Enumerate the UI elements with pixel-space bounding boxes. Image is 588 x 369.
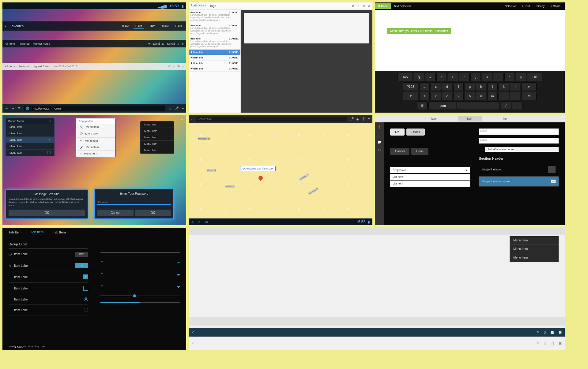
ok-button[interactable]: OK: [390, 129, 405, 136]
text-input[interactable]: Label: [479, 129, 559, 135]
list-row[interactable]: ★ Item title11/05/11: [189, 55, 240, 61]
settings-icon[interactable]: ⚙: [177, 65, 180, 68]
back-chevron-icon[interactable]: ‹: [191, 229, 192, 233]
filter[interactable]: All Items: [5, 42, 16, 45]
select-all-action[interactable]: Select all: [503, 4, 518, 8]
key-b[interactable]: b: [465, 92, 475, 100]
saved-label[interactable]: Saved: [167, 42, 175, 45]
spinner[interactable]: [100, 283, 180, 289]
refresh-icon[interactable]: ⟳: [168, 65, 171, 68]
local-label[interactable]: Local: [153, 42, 160, 45]
overflow-icon[interactable]: ⋮: [559, 229, 562, 233]
overflow-icon[interactable]: ⋮: [558, 319, 562, 323]
menu-icon[interactable]: ≡: [368, 117, 370, 121]
setting-checkbox-on[interactable]: Item Label ✓: [9, 271, 88, 283]
menu-item[interactable]: 📎Menu Item: [76, 124, 115, 130]
menu-item[interactable]: Menu Item: [141, 141, 174, 147]
list-row[interactable]: Item title11/05/11Lorem ipsum dolor sit …: [189, 23, 240, 36]
cancel-button[interactable]: Cancel: [97, 210, 134, 216]
map-search-input[interactable]: [196, 117, 347, 121]
key-,[interactable]: ,: [499, 92, 509, 100]
menu-icon[interactable]: ≡: [181, 117, 183, 121]
key-i[interactable]: i: [493, 73, 503, 81]
segment-tab[interactable]: item: [422, 116, 446, 121]
key-e[interactable]: e: [436, 73, 447, 81]
copy-action[interactable]: ⎘ Copy: [534, 4, 547, 8]
key-l[interactable]: l: [510, 82, 520, 91]
dropdown[interactable]: Drop Down ▾: [390, 167, 470, 173]
menu-icon[interactable]: ≡: [368, 4, 370, 8]
radio[interactable]: [84, 308, 88, 312]
key-d[interactable]: d: [442, 82, 452, 91]
slider[interactable]: [100, 252, 180, 253]
menu-item[interactable]: ✎Menu Item: [76, 138, 115, 144]
mic-icon[interactable]: 🎤: [350, 117, 354, 121]
text-input-focused[interactable]: Label: [479, 138, 559, 144]
pin-icon[interactable]: 📍: [377, 125, 382, 129]
list-row[interactable]: ★ Item title11/05/11: [189, 61, 240, 66]
menu-item[interactable]: 🎤Menu Item: [76, 144, 115, 151]
list-item[interactable]: List Item: [390, 181, 470, 187]
refresh-icon[interactable]: ⟳: [352, 4, 354, 8]
key-v[interactable]: v: [453, 92, 464, 100]
radio[interactable]: [84, 297, 88, 301]
search-icon[interactable]: ⌕: [379, 133, 381, 137]
back-button[interactable]: ‹ Back: [406, 129, 425, 136]
setting-checkbox-off[interactable]: Item Label: [9, 283, 88, 294]
setting-radio-on[interactable]: Item Label: [9, 294, 88, 305]
back-chevron-icon[interactable]: ‹: [5, 24, 6, 28]
back-chevron-icon[interactable]: ‹: [192, 319, 193, 323]
toggle[interactable]: OFF: [75, 252, 88, 257]
setting-radio-off[interactable]: Item Label: [9, 305, 88, 315]
share-action[interactable]: < Share: [549, 4, 562, 8]
key-z[interactable]: z: [419, 92, 430, 100]
settings-icon[interactable]: ⚙: [378, 148, 381, 152]
list-item[interactable]: Single line item: [479, 163, 559, 177]
key-Tab[interactable]: Tab: [398, 73, 413, 81]
key-r[interactable]: r: [448, 73, 458, 81]
tab[interactable]: Tab Item: [53, 230, 66, 234]
ok-button[interactable]: OK: [135, 210, 171, 216]
password-input[interactable]: [97, 200, 171, 205]
key-y[interactable]: y: [470, 73, 481, 81]
list-row[interactable]: Item title11/05/11Lorem ipsum dolor sit …: [189, 36, 240, 49]
menu-item[interactable]: ○Menu Item: [76, 151, 115, 157]
filter[interactable]: Featured: [19, 42, 30, 45]
list-item-pressed[interactable]: Single line item pressed ▬: [479, 177, 559, 187]
key-k[interactable]: k: [499, 82, 509, 91]
key-⚙[interactable]: ⚙: [417, 101, 428, 110]
grid-icon[interactable]: ⊞: [559, 330, 562, 334]
close-icon[interactable]: ✕: [49, 120, 52, 123]
edit-icon[interactable]: ✎: [537, 330, 540, 334]
back-icon[interactable]: ◁: [191, 220, 194, 224]
recent-icon[interactable]: ▭: [205, 220, 208, 224]
key-.[interactable]: .: [510, 92, 520, 100]
chat-icon[interactable]: 💬: [377, 140, 382, 144]
menu-item[interactable]: Menu Item: [510, 245, 559, 253]
cancel-button[interactable]: Cancel: [390, 148, 409, 155]
map-pin-icon[interactable]: [258, 175, 264, 181]
key-.com[interactable]: .com: [428, 101, 456, 110]
key-g[interactable]: g: [465, 82, 475, 91]
list-row[interactable]: ★ Item title11/05/11: [189, 66, 240, 72]
menu-icon[interactable]: ≡: [182, 106, 184, 110]
menu-item[interactable]: ⓘMenu Item: [76, 130, 115, 138]
menu-icon[interactable]: ≡: [182, 65, 184, 68]
key-⇧[interactable]: ⇧: [521, 92, 537, 100]
filter[interactable]: All Items: [5, 65, 16, 68]
menu-item[interactable]: Menu Item: [141, 147, 174, 154]
menu-item[interactable]: Menu Item: [6, 150, 54, 156]
menu-item[interactable]: Menu Item: [6, 124, 54, 130]
more-link[interactable]: ▾ More...: [15, 346, 26, 349]
map-canvas[interactable]: McAllister St Grove St Hayes St Mission …: [189, 123, 372, 218]
menu-item[interactable]: Menu Item: [141, 121, 174, 128]
key-t[interactable]: t: [459, 73, 469, 81]
nav-tab[interactable]: ITEM: [134, 23, 144, 29]
categories-tab[interactable]: Categories: [191, 4, 206, 8]
setting-toggle-off[interactable]: ⓘItem Label OFF: [9, 249, 88, 260]
mic-icon[interactable]: 🎤: [175, 106, 179, 110]
tab[interactable]: Tab Item: [9, 230, 21, 234]
reload-icon[interactable]: ⟳: [18, 106, 21, 110]
spinner[interactable]: [100, 271, 180, 277]
segment-tab[interactable]: item: [458, 116, 481, 121]
